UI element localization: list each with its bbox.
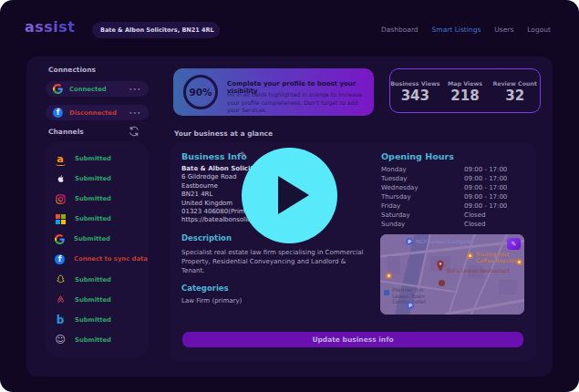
stat-label: Map Views	[440, 80, 491, 87]
channel-microsoft[interactable]: Submitted	[46, 211, 149, 226]
stats-box: Business Views 343 Map Views 218 Review …	[389, 68, 541, 113]
google-icon	[53, 84, 63, 94]
business-location-map[interactable]: P NCP Lewes Eastgate Trading Post Coffee…	[380, 234, 524, 315]
map-label-bills: Bill's Lewes Restaurant	[447, 268, 510, 274]
hours-row: Friday09:00 - 17:00	[381, 202, 518, 211]
connection-facebook[interactable]: f Disconnected •••	[46, 105, 149, 120]
connection-google[interactable]: Connected •••	[46, 81, 149, 97]
stat-map-views: Map Views 218	[440, 69, 491, 112]
snapchat-icon	[55, 274, 66, 285]
channel-facebook[interactable]: f Connect to sync data	[46, 252, 149, 266]
nav-users[interactable]: Users	[494, 26, 513, 34]
channel-status: Submitted	[75, 215, 111, 222]
channel-google[interactable]: Submitted	[46, 232, 149, 246]
hours-row: SundayClosed	[381, 221, 518, 230]
more-menu-icon[interactable]: •••	[129, 109, 141, 116]
stat-label: Business Views	[390, 80, 440, 87]
description-body: Specialist real estate law firm speciali…	[181, 248, 368, 275]
hours-row: SaturdayClosed	[381, 211, 518, 221]
description-title: Description	[181, 233, 232, 242]
channel-airbnb[interactable]: Submitted	[46, 293, 149, 307]
location-pin-icon	[436, 260, 445, 272]
channel-waze[interactable]: ☺ Submitted	[46, 333, 149, 347]
nav-dashboard[interactable]: Dashboard	[381, 26, 419, 34]
channel-status: Submitted	[75, 316, 111, 324]
poi-marker-icon	[516, 259, 522, 265]
connections-title: Connections	[48, 66, 96, 74]
channel-status: Submitted	[75, 296, 111, 304]
nav-logout[interactable]: Logout	[527, 26, 551, 34]
channel-status: Submitted	[75, 175, 111, 182]
business-selector-dropdown[interactable]: Bate & Albon Solicitors, BN21 4RL	[92, 22, 220, 38]
airbnb-icon	[55, 294, 66, 305]
glance-title: Your business at a glance	[174, 129, 273, 138]
microsoft-icon	[55, 213, 66, 224]
hours-row: Tuesday09:00 - 17:00	[381, 175, 518, 184]
stat-value: 343	[390, 88, 440, 104]
edit-pencil-icon: ✎	[512, 241, 517, 248]
top-nav: Dashboard Smart Listings Users Logout	[381, 26, 551, 34]
hours-row: Wednesday09:00 - 17:00	[381, 184, 518, 193]
poi-marker-icon	[467, 253, 473, 259]
edit-map-button[interactable]: ✎	[507, 238, 521, 250]
stat-label: Review Count	[490, 80, 540, 87]
stat-value: 32	[490, 88, 540, 104]
connection-status: Disconnected	[69, 109, 122, 117]
hours-row: Monday09:00 - 17:00	[381, 166, 518, 175]
channel-status: Submitted	[74, 235, 110, 242]
business-selector-label: Bate & Albon Solicitors, BN21 4RL	[100, 26, 214, 34]
channel-status: Submitted	[75, 276, 111, 284]
opening-hours-title: Opening Hours	[381, 151, 454, 161]
poi-marker-icon	[386, 273, 392, 279]
categories-title: Categories	[181, 284, 229, 293]
google-icon	[55, 234, 65, 244]
channels-title: Channels	[48, 128, 84, 136]
profile-completeness-banner: 90% Complete your profile to boost your …	[173, 68, 374, 116]
nav-smart-listings[interactable]: Smart Listings	[432, 26, 481, 34]
poi-marker-icon	[439, 280, 445, 286]
update-business-info-button[interactable]: Update business info	[182, 332, 523, 347]
map-label-premier-inn: Premier Inn Lewes Town Centre hotel	[392, 287, 442, 305]
play-icon	[278, 176, 309, 214]
business-glance-panel: Business Info ✎ Bate & Albon Solicitors …	[171, 142, 536, 362]
banner-body: Fill in all fields highlighted in orange…	[227, 91, 366, 115]
channel-snapchat[interactable]: Submitted	[46, 273, 149, 287]
channel-apple[interactable]: Submitted	[46, 171, 149, 186]
channel-bing[interactable]: b Submitted	[46, 313, 149, 327]
channels-panel: a Submitted Submitted Submitted Submitte…	[46, 141, 149, 357]
categories-value: Law Firm (primary)	[181, 297, 242, 304]
hours-row: Thursday09:00 - 17:00	[381, 193, 518, 202]
stat-review-count: Review Count 32	[490, 69, 540, 112]
channel-status: Connect to sync data	[74, 255, 148, 263]
parking-marker-icon: P	[407, 302, 414, 309]
facebook-icon: f	[53, 108, 63, 118]
hotel-marker-icon	[384, 290, 389, 295]
waze-icon: ☺	[55, 335, 66, 346]
profile-completeness-percent: 90%	[189, 87, 212, 98]
app-canvas: assist Bate & Albon Solicitors, BN21 4RL…	[0, 0, 579, 392]
apple-icon	[55, 173, 66, 184]
brand-logo: assist	[25, 18, 76, 36]
instagram-icon	[55, 193, 66, 204]
business-info-title: Business Info	[181, 151, 247, 161]
parking-marker-icon: P	[406, 238, 413, 245]
channel-status: Submitted	[75, 155, 111, 162]
edit-business-info-icon[interactable]: ✎	[240, 150, 247, 160]
bing-icon: b	[55, 315, 66, 325]
stat-value: 218	[440, 88, 491, 104]
channel-status: Submitted	[75, 336, 111, 344]
facebook-icon: f	[55, 254, 65, 264]
profile-completeness-ring: 90%	[183, 75, 218, 109]
map-label-ncp: NCP Lewes Eastgate	[416, 239, 471, 245]
connection-status: Connected	[69, 86, 122, 93]
channel-amazon[interactable]: a Submitted	[46, 151, 149, 166]
amazon-icon: a	[55, 153, 66, 164]
opening-hours-table: Monday09:00 - 17:00 Tuesday09:00 - 17:00…	[381, 166, 518, 230]
video-play-button[interactable]	[242, 148, 337, 243]
channel-instagram[interactable]: Submitted	[46, 191, 149, 206]
sync-refresh-icon[interactable]	[129, 126, 140, 137]
more-menu-icon[interactable]: •••	[129, 86, 141, 92]
stat-business-views: Business Views 343	[390, 69, 440, 112]
map-label-trading-post: Trading Post Coffee Roasters	[476, 252, 520, 263]
channel-status: Submitted	[75, 195, 111, 202]
